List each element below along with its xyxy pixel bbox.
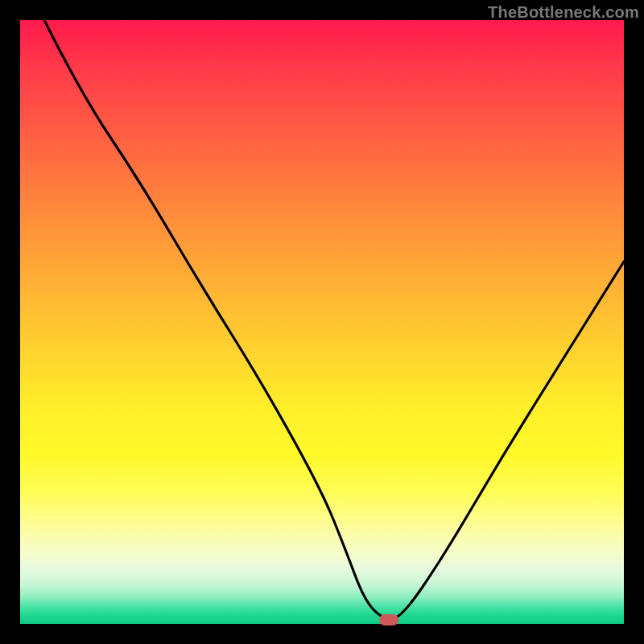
chart-plot-area	[20, 20, 624, 624]
chart-frame: TheBottleneck.com	[0, 0, 644, 644]
watermark-text: TheBottleneck.com	[488, 3, 639, 22]
optimal-point-marker	[379, 614, 398, 625]
bottleneck-curve	[20, 20, 624, 624]
